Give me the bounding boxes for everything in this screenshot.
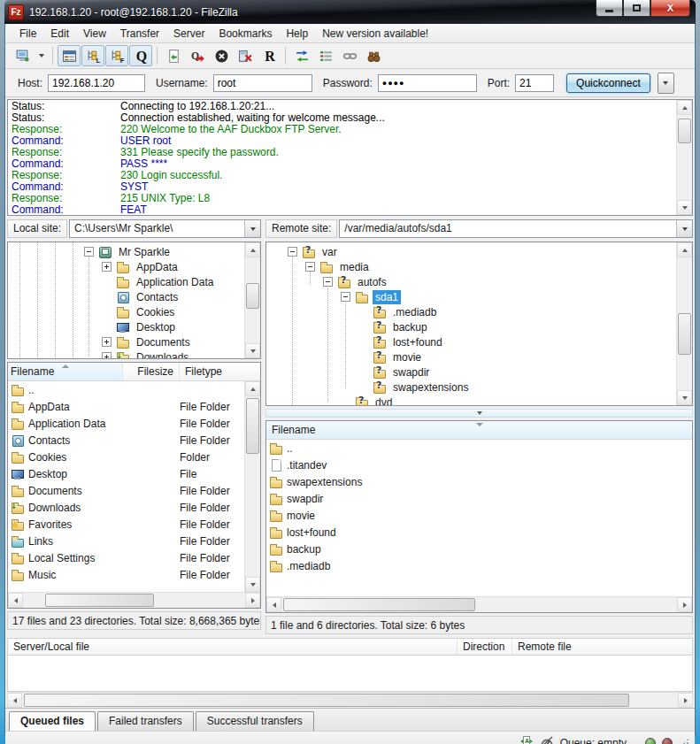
scroll-right-icon[interactable] [245,593,260,608]
local-tree-item[interactable]: Desktop [8,319,244,334]
local-list-horizontal-scrollbar[interactable] [8,592,260,608]
local-file-row[interactable]: DocumentsFile Folder [8,482,244,499]
process-queue-icon[interactable]: Q [186,45,209,66]
local-tree-item[interactable]: Application Data [8,274,244,289]
column-header-direction[interactable]: Direction [458,639,512,655]
local-tree-item[interactable]: Documents [8,334,244,349]
local-file-row[interactable]: DownloadsFile Folder [8,499,244,516]
reconnect-icon[interactable]: R [258,45,281,66]
disconnect-icon[interactable] [234,45,257,66]
quickconnect-button[interactable]: Quickconnect [566,73,650,93]
scrollbar-thumb[interactable] [246,283,259,309]
remote-list-horizontal-scrollbar[interactable] [266,596,692,612]
remote-tree-vertical-scrollbar[interactable] [676,242,692,405]
local-file-row[interactable]: FavoritesFile Folder [8,516,244,533]
local-tree-item[interactable]: AppData [8,259,244,274]
cancel-icon[interactable] [210,45,233,66]
scrollbar-thumb[interactable] [283,598,475,611]
remote-file-row[interactable]: lost+found [266,524,692,541]
local-tree-item[interactable]: Downloads [8,349,244,358]
remote-tree-item[interactable]: movie [266,349,676,364]
collapse-icon[interactable] [341,292,350,302]
compare-directories-icon[interactable] [290,45,313,66]
menu-new-version[interactable]: New version available! [315,26,435,42]
scroll-down-icon[interactable] [677,390,692,405]
remote-file-row[interactable]: swapdir [266,490,692,507]
remote-tree-item[interactable]: .mediadb [266,304,676,319]
remote-tree-item[interactable]: dvd [266,395,676,405]
remote-file-row[interactable]: .mediadb [266,557,692,574]
scroll-down-icon[interactable] [245,577,260,592]
local-file-row[interactable]: .. [8,381,244,398]
resize-grip[interactable] [679,738,689,744]
remote-file-row[interactable]: movie [266,507,692,524]
remote-site-combobox[interactable]: /var/media/autofs/sda1 [339,219,693,238]
site-manager-icon[interactable] [11,45,34,66]
menu-edit[interactable]: Edit [43,26,76,42]
scroll-right-icon[interactable] [677,597,692,612]
local-tree-item[interactable]: Cookies [8,304,244,319]
local-tree-item[interactable]: Mr Sparkle [8,244,244,259]
scroll-left-icon[interactable] [8,593,23,608]
column-header-filetype[interactable]: Filetype [180,363,260,380]
local-file-row[interactable]: Application DataFile Folder [8,415,244,432]
expand-icon[interactable] [102,337,112,347]
find-files-icon[interactable] [362,45,385,66]
username-input[interactable] [213,74,312,92]
speed-limits-icon[interactable] [540,735,554,744]
port-input[interactable] [515,74,554,92]
maximize-button[interactable] [623,0,650,17]
remote-file-row[interactable]: backup [266,541,692,557]
menu-transfer[interactable]: Transfer [113,26,166,42]
menu-server[interactable]: Server [166,26,212,42]
host-input[interactable] [48,74,145,92]
synchronized-browsing-icon[interactable] [338,45,361,66]
remote-tree-item[interactable]: media [266,259,676,274]
collapse-icon[interactable] [288,247,297,257]
directory-filters-icon[interactable] [314,45,337,66]
scrollbar-thumb[interactable] [45,594,153,607]
scroll-up-icon[interactable] [677,100,692,115]
scroll-left-icon[interactable] [7,693,22,708]
remote-tree-item-selected[interactable]: sda1 [266,289,676,304]
remote-file-row[interactable]: swapextensions [266,473,692,490]
scrollbar-thumb[interactable] [678,119,691,143]
collapse-icon[interactable] [305,262,315,272]
remote-tree-item[interactable]: autofs [266,274,676,289]
menu-bookmarks[interactable]: Bookmarks [212,26,279,42]
refresh-icon[interactable] [162,45,185,66]
local-site-combobox[interactable]: C:\Users\Mr Sparkle\ [69,219,261,238]
toggle-queue-icon[interactable]: Q [129,45,152,66]
scroll-right-icon[interactable] [678,693,693,708]
local-tree-vertical-scrollbar[interactable] [244,242,260,358]
local-file-row[interactable]: LinksFile Folder [8,533,244,549]
scroll-left-icon[interactable] [266,597,281,612]
remote-tree-item[interactable]: lost+found [266,334,676,349]
scroll-down-icon[interactable] [677,200,692,215]
site-manager-dropdown-icon[interactable] [35,45,48,66]
remote-file-row[interactable]: .. [266,440,692,456]
scroll-up-icon[interactable] [677,242,692,257]
queue-horizontal-scrollbar[interactable] [7,692,693,708]
remote-pane-splitter[interactable] [265,409,693,418]
collapse-icon[interactable] [84,247,94,257]
scrollbar-thumb[interactable] [24,694,629,707]
column-header-filesize[interactable]: Filesize [123,363,180,380]
expand-icon[interactable] [102,352,112,358]
column-header-filename[interactable]: Filename [8,363,123,380]
menu-help[interactable]: Help [279,26,315,42]
log-vertical-scrollbar[interactable] [676,100,692,215]
local-file-row[interactable]: MusicFile Folder [8,566,244,583]
toggle-remote-tree-icon[interactable]: F [105,45,128,66]
toggle-message-log-icon[interactable] [58,45,81,66]
tab-failed-transfers[interactable]: Failed transfers [97,711,194,731]
column-header-server-local-file[interactable]: Server/Local file [8,639,458,655]
tab-queued-files[interactable]: Queued files [9,711,96,731]
remote-tree-item[interactable]: backup [266,319,676,334]
scroll-up-icon[interactable] [245,381,260,396]
tab-successful-transfers[interactable]: Successful transfers [196,711,314,731]
menu-file[interactable]: File [12,26,43,42]
remote-tree-item[interactable]: var [266,244,676,259]
scrollbar-thumb[interactable] [246,398,259,454]
remote-tree-item[interactable]: swapextensions [266,380,676,395]
